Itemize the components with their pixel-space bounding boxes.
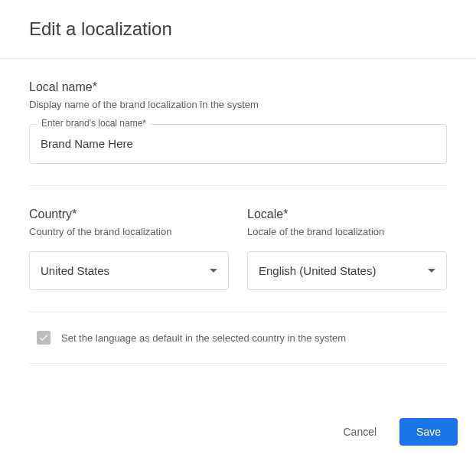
country-locale-section: Country* Country of the brand localizati… (29, 186, 447, 312)
cancel-button[interactable]: Cancel (326, 418, 393, 446)
country-label: Country* (29, 207, 229, 221)
default-language-label: Set the language as default in the selec… (61, 332, 346, 344)
locale-select[interactable]: English (United States) (247, 251, 447, 290)
locale-selected-value: English (United States) (259, 264, 376, 277)
local-name-field[interactable]: Enter brand's local name* (29, 124, 447, 164)
country-description: Country of the brand localization (29, 226, 229, 237)
local-name-floating-label: Enter brand's local name* (37, 118, 150, 129)
dialog-footer: Cancel Save (326, 418, 458, 446)
local-name-section: Local name* Display name of the brand lo… (29, 59, 447, 186)
chevron-down-icon (210, 269, 217, 273)
dialog-header: Edit a localization (0, 0, 476, 59)
country-selected-value: United States (41, 264, 109, 277)
country-column: Country* Country of the brand localizati… (29, 207, 229, 290)
local-name-label: Local name* (29, 80, 447, 94)
local-name-description: Display name of the brand localization i… (29, 99, 447, 110)
save-button[interactable]: Save (399, 418, 458, 446)
local-name-input[interactable] (41, 137, 435, 150)
country-select[interactable]: United States (29, 251, 229, 290)
locale-label: Locale* (247, 207, 447, 221)
chevron-down-icon (428, 269, 435, 273)
default-language-row[interactable]: Set the language as default in the selec… (29, 312, 447, 364)
locale-column: Locale* Locale of the brand localization… (247, 207, 447, 290)
dialog-title: Edit a localization (29, 18, 447, 40)
check-icon (38, 332, 49, 343)
edit-localization-dialog: Edit a localization Local name* Display … (0, 0, 476, 464)
locale-description: Locale of the brand localization (247, 226, 447, 237)
default-language-checkbox[interactable] (37, 331, 51, 345)
dialog-body: Local name* Display name of the brand lo… (0, 59, 476, 364)
